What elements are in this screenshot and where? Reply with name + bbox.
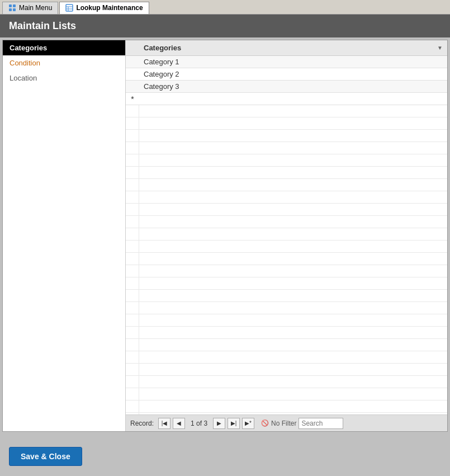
page-title: Maintain Lists: [0, 15, 450, 37]
record-label: Record:: [130, 420, 154, 427]
empty-row: [126, 241, 447, 253]
row-cell-2: Category 2: [139, 69, 447, 79]
first-record-icon: |◀: [162, 420, 168, 426]
nav-new-button[interactable]: ▶*: [242, 418, 254, 429]
empty-row: [126, 167, 447, 179]
nav-first-button[interactable]: |◀: [158, 418, 170, 429]
empty-row: [126, 290, 447, 302]
table-icon: [65, 4, 73, 12]
new-row-marker: *: [126, 95, 139, 103]
table-header: Categories ▼: [126, 40, 447, 56]
sidebar: Categories Condition Location: [3, 40, 126, 431]
empty-row: [126, 216, 447, 228]
page-info: 1 of 3: [187, 420, 211, 427]
grid-icon: [8, 4, 16, 12]
column-header-label: Categories: [144, 44, 181, 52]
sidebar-item-categories-label: Categories: [10, 44, 47, 52]
empty-row: [126, 253, 447, 265]
svg-rect-2: [9, 8, 12, 11]
sidebar-item-categories[interactable]: Categories: [3, 40, 125, 55]
tab-lookup-maintenance[interactable]: Lookup Maintenance: [59, 2, 149, 14]
nav-prev-button[interactable]: ◀: [173, 418, 185, 429]
tab-lookup-maintenance-label: Lookup Maintenance: [76, 4, 143, 12]
new-record-icon: ▶*: [245, 420, 252, 426]
save-close-button[interactable]: Save & Close: [9, 447, 82, 466]
empty-row: [126, 400, 447, 413]
table-body: Category 1 Category 2 Category 3 *: [126, 56, 447, 414]
empty-row: [126, 179, 447, 191]
empty-row: [126, 339, 447, 351]
empty-row: [126, 265, 447, 277]
empty-row: [126, 130, 447, 142]
navigation-bar: Record: |◀ ◀ 1 of 3 ▶ ▶| ▶* 🚫 No Filter: [126, 414, 447, 431]
no-filter-label: No Filter: [271, 420, 296, 427]
new-record-input[interactable]: [139, 93, 447, 105]
tab-bar: Main Menu Lookup Maintenance: [0, 0, 450, 15]
empty-row: [126, 302, 447, 314]
empty-row: [126, 314, 447, 327]
empty-row: [126, 351, 447, 364]
empty-row: [126, 364, 447, 376]
empty-row: [126, 228, 447, 241]
right-panel: Categories ▼ Category 1 Category 2 Categ…: [126, 40, 447, 431]
sidebar-item-condition-label: Condition: [10, 59, 40, 67]
prev-record-icon: ◀: [177, 420, 181, 426]
row-cell-1: Category 1: [139, 56, 447, 67]
svg-rect-4: [66, 4, 73, 11]
svg-rect-1: [13, 4, 16, 7]
nav-next-button[interactable]: ▶: [213, 418, 225, 429]
empty-row: [126, 277, 447, 290]
svg-rect-0: [9, 4, 12, 7]
row-cell-3: Category 3: [139, 81, 447, 92]
table-row[interactable]: Category 2: [126, 68, 447, 81]
tab-main-menu[interactable]: Main Menu: [2, 2, 58, 14]
table-column-header[interactable]: Categories ▼: [139, 43, 447, 53]
sort-arrow-icon[interactable]: ▼: [437, 45, 443, 51]
empty-row: [126, 376, 447, 388]
sidebar-item-location-label: Location: [10, 74, 37, 82]
next-record-icon: ▶: [217, 420, 221, 426]
tab-main-menu-label: Main Menu: [19, 4, 52, 12]
svg-rect-3: [13, 8, 16, 11]
last-record-icon: ▶|: [231, 420, 237, 426]
new-record-row[interactable]: *: [126, 93, 447, 105]
sidebar-item-location[interactable]: Location: [3, 70, 125, 86]
empty-row: [126, 191, 447, 204]
table-row[interactable]: Category 1: [126, 56, 447, 68]
sidebar-item-condition[interactable]: Condition: [3, 55, 125, 70]
main-content: Categories Condition Location Categories…: [2, 40, 448, 432]
empty-rows: [126, 105, 447, 414]
empty-row: [126, 105, 447, 117]
table-row[interactable]: Category 3: [126, 81, 447, 93]
bottom-bar: Save & Close: [0, 434, 450, 476]
empty-row: [126, 204, 447, 216]
empty-row: [126, 154, 447, 167]
search-input[interactable]: [299, 418, 343, 429]
empty-row: [126, 117, 447, 130]
empty-row: [126, 327, 447, 339]
empty-row: [126, 142, 447, 154]
no-filter-icon: 🚫: [261, 420, 269, 427]
empty-row: [126, 388, 447, 400]
nav-last-button[interactable]: ▶|: [228, 418, 240, 429]
filter-area: 🚫 No Filter: [261, 420, 296, 427]
